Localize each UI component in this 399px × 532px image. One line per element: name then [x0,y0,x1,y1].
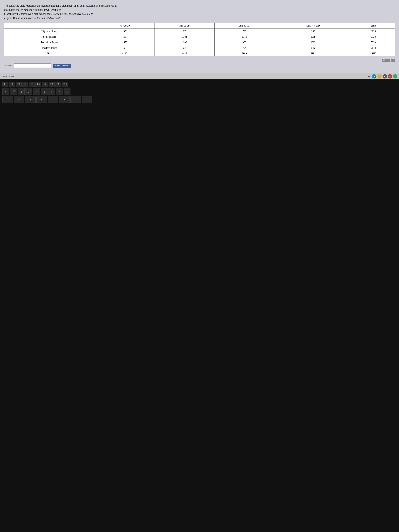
key-r[interactable]: R [36,96,47,103]
cell-sc-40: 1172 [214,34,274,40]
taskbar-ta-icon[interactable]: T₄ [393,74,397,78]
table-row: Bachelor's degree 1576 1509 368 1805 525… [4,40,395,45]
key-f8[interactable]: F8 [49,82,55,87]
key-8[interactable]: *8 [56,88,63,95]
key-4[interactable]: $4 [25,88,32,95]
number-key-row: !1 @2 #3 $4 %5 ^6 &7 *8 (9 [2,88,397,95]
navigation-buttons: ⌨ ← → [4,59,395,62]
table-row: High school only 1370 585 705 968 3628 [4,29,395,34]
cell-hs-30: 585 [155,29,214,34]
key-9[interactable]: (9 [63,88,70,95]
row-label-total: Total [4,51,95,56]
cell-ma-20: 501 [95,45,155,51]
key-q[interactable]: Q [2,96,13,103]
cell-hs-50: 968 [274,29,352,34]
data-table: Age 20-29 Age 30-39 Age 40-49 Age 50 & o… [4,23,395,56]
question-text: The following table represents the highe… [4,4,118,20]
cell-hs-20: 1370 [95,29,155,34]
col-header-age30: Age 30-39 [155,23,214,29]
cell-sc-20: 763 [95,34,155,40]
key-3[interactable]: #3 [18,88,25,95]
taskbar-edge-icon[interactable]: ● [372,74,376,78]
key-w[interactable]: W [14,96,24,103]
key-2[interactable]: @2 [10,88,17,95]
taskbar-file-icon[interactable]: ■ [383,74,387,78]
key-6[interactable]: ^6 [41,88,48,95]
cell-ba-50: 1805 [274,40,352,45]
key-t[interactable]: T [48,96,58,103]
browser-content-area: The following table represents the highe… [0,0,399,73]
taskbar-ppt-icon[interactable]: P [388,74,392,78]
taskbar-screen-icon[interactable]: ⊞ [367,74,371,78]
cell-ba-40: 368 [214,40,274,45]
taskbar-icons: ⊞ ● 🗂 ■ P T₄ [367,74,397,78]
cell-total-20: 4210 [95,51,155,56]
taskbar-folder-icon[interactable]: 🗂 [377,74,382,78]
cell-total-30: 4427 [155,51,214,56]
key-f7[interactable]: F7 [42,82,48,87]
keyboard-area: F1 F2 F3 F4 F5 F6 F7 F8 F9 F10 !1 @2 #3 … [0,79,399,532]
cell-hs-total: 3628 [352,29,395,34]
key-7[interactable]: &7 [48,88,55,95]
table-row: Master's degree 501 999 764 549 2813 [4,45,395,51]
fn-key-row: F1 F2 F3 F4 F5 F6 F7 F8 F9 F10 [2,82,397,87]
key-1[interactable]: !1 [2,88,9,95]
key-f2[interactable]: F2 [9,82,15,87]
keyboard-icon[interactable]: ⌨ [382,59,386,62]
key-u[interactable]: U [70,96,81,103]
cell-ma-40: 764 [214,45,274,51]
key-f5[interactable]: F5 [29,82,35,87]
row-label-bachelor: Bachelor's degree [4,40,95,45]
row-label-highschool: High school only [4,29,95,34]
key-f1[interactable]: F1 [2,82,8,87]
cell-ba-total: 5258 [352,40,395,45]
answer-input[interactable] [14,63,51,68]
col-header-age40: Age 40-49 [214,23,274,29]
cell-ma-50: 549 [274,45,352,51]
cell-sc-30: 1334 [155,34,214,40]
key-f4[interactable]: F4 [22,82,28,87]
key-f3[interactable]: F3 [16,82,22,87]
cell-total-50: 5181 [274,51,352,56]
col-header-total: Total [352,23,395,29]
cell-sc-50: 1859 [274,34,352,40]
col-header-age20: Age 20-29 [95,23,155,29]
key-e[interactable]: E [25,96,36,103]
cell-ma-30: 999 [155,45,214,51]
key-f10[interactable]: F10 [62,82,68,87]
key-y[interactable]: Y [59,96,70,103]
key-f6[interactable]: F6 [35,82,41,87]
taskbar-search-text[interactable]: Type here to search [2,75,15,77]
answer-label: Answer: [4,64,12,67]
row-label-somecollege: Some college [4,34,95,40]
letter-key-row: Q W E R T Y U I [2,96,397,103]
col-header-age50: Age 50 & over [274,23,352,29]
row-label-master: Master's degree [4,45,95,51]
col-header-label [4,23,95,29]
table-row-total: Total 4210 4427 3009 5181 16827 [4,51,395,56]
table-row: Some college 763 1334 1172 1859 5128 [4,34,395,40]
forward-button[interactable]: → [391,59,395,62]
submit-button[interactable]: Submit Answer [53,63,71,68]
key-i[interactable]: I [82,96,92,103]
taskbar: Type here to search ⊞ ● 🗂 ■ P T₄ [0,73,399,79]
key-5[interactable]: %5 [33,88,40,95]
cell-sc-total: 5128 [352,34,395,40]
cell-ma-total: 2813 [352,45,395,51]
cell-total-40: 3009 [214,51,274,56]
cell-ba-30: 1509 [155,40,214,45]
back-button[interactable]: ← [386,59,390,62]
cell-ba-20: 1576 [95,40,155,45]
cell-total-grand: 16827 [352,51,395,56]
cell-hs-40: 705 [214,29,274,34]
key-f9[interactable]: F9 [55,82,61,87]
answer-row: Answer: Submit Answer [4,63,395,69]
